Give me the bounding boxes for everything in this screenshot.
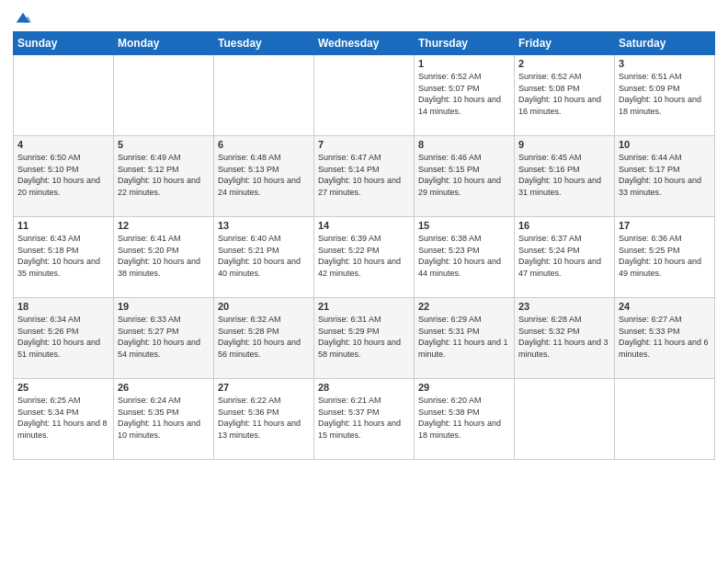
- table-row: 11Sunrise: 6:43 AM Sunset: 5:18 PM Dayli…: [14, 217, 114, 298]
- table-row: [114, 55, 214, 136]
- day-info: Sunrise: 6:41 AM Sunset: 5:20 PM Dayligh…: [118, 233, 210, 279]
- table-row: 21Sunrise: 6:31 AM Sunset: 5:29 PM Dayli…: [314, 298, 415, 379]
- day-info: Sunrise: 6:29 AM Sunset: 5:31 PM Dayligh…: [418, 314, 510, 360]
- day-number: 17: [619, 220, 711, 231]
- table-row: 13Sunrise: 6:40 AM Sunset: 5:21 PM Dayli…: [214, 217, 314, 298]
- day-info: Sunrise: 6:20 AM Sunset: 5:38 PM Dayligh…: [418, 395, 510, 441]
- day-number: 23: [518, 301, 610, 312]
- table-row: 28Sunrise: 6:21 AM Sunset: 5:37 PM Dayli…: [314, 379, 415, 460]
- day-number: 5: [118, 139, 210, 150]
- table-row: 22Sunrise: 6:29 AM Sunset: 5:31 PM Dayli…: [415, 298, 515, 379]
- day-number: 25: [17, 382, 109, 393]
- day-number: 22: [418, 301, 510, 312]
- day-info: Sunrise: 6:22 AM Sunset: 5:36 PM Dayligh…: [218, 395, 310, 441]
- day-info: Sunrise: 6:49 AM Sunset: 5:12 PM Dayligh…: [118, 152, 210, 198]
- day-number: 24: [619, 301, 711, 312]
- table-row: 15Sunrise: 6:38 AM Sunset: 5:23 PM Dayli…: [415, 217, 515, 298]
- logo-icon: [15, 11, 31, 28]
- day-number: 6: [218, 139, 310, 150]
- day-info: Sunrise: 6:28 AM Sunset: 5:32 PM Dayligh…: [518, 314, 610, 360]
- day-number: 21: [318, 301, 410, 312]
- table-row: 24Sunrise: 6:27 AM Sunset: 5:33 PM Dayli…: [615, 298, 715, 379]
- day-info: Sunrise: 6:34 AM Sunset: 5:26 PM Dayligh…: [17, 314, 109, 360]
- calendar-week-row: 25Sunrise: 6:25 AM Sunset: 5:34 PM Dayli…: [14, 379, 715, 460]
- col-friday: Friday: [515, 32, 615, 55]
- table-row: 12Sunrise: 6:41 AM Sunset: 5:20 PM Dayli…: [114, 217, 214, 298]
- day-info: Sunrise: 6:33 AM Sunset: 5:27 PM Dayligh…: [118, 314, 210, 360]
- day-info: Sunrise: 6:25 AM Sunset: 5:34 PM Dayligh…: [17, 395, 109, 441]
- calendar-week-row: 1Sunrise: 6:52 AM Sunset: 5:07 PM Daylig…: [14, 55, 715, 136]
- day-info: Sunrise: 6:27 AM Sunset: 5:33 PM Dayligh…: [619, 314, 711, 360]
- table-row: 2Sunrise: 6:52 AM Sunset: 5:08 PM Daylig…: [515, 55, 615, 136]
- col-sunday: Sunday: [14, 32, 114, 55]
- table-row: 18Sunrise: 6:34 AM Sunset: 5:26 PM Dayli…: [14, 298, 114, 379]
- calendar-week-row: 18Sunrise: 6:34 AM Sunset: 5:26 PM Dayli…: [14, 298, 715, 379]
- day-info: Sunrise: 6:52 AM Sunset: 5:08 PM Dayligh…: [518, 71, 610, 117]
- day-number: 16: [518, 220, 610, 231]
- day-number: 1: [418, 58, 510, 69]
- day-number: 20: [218, 301, 310, 312]
- table-row: 14Sunrise: 6:39 AM Sunset: 5:22 PM Dayli…: [314, 217, 415, 298]
- table-row: 17Sunrise: 6:36 AM Sunset: 5:25 PM Dayli…: [615, 217, 715, 298]
- day-info: Sunrise: 6:40 AM Sunset: 5:21 PM Dayligh…: [218, 233, 310, 279]
- table-row: 19Sunrise: 6:33 AM Sunset: 5:27 PM Dayli…: [114, 298, 214, 379]
- day-number: 7: [318, 139, 410, 150]
- table-row: 1Sunrise: 6:52 AM Sunset: 5:07 PM Daylig…: [415, 55, 515, 136]
- calendar-week-row: 4Sunrise: 6:50 AM Sunset: 5:10 PM Daylig…: [14, 136, 715, 217]
- day-info: Sunrise: 6:52 AM Sunset: 5:07 PM Dayligh…: [418, 71, 510, 117]
- table-row: 20Sunrise: 6:32 AM Sunset: 5:28 PM Dayli…: [214, 298, 314, 379]
- table-row: 6Sunrise: 6:48 AM Sunset: 5:13 PM Daylig…: [214, 136, 314, 217]
- table-row: 5Sunrise: 6:49 AM Sunset: 5:12 PM Daylig…: [114, 136, 214, 217]
- day-number: 27: [218, 382, 310, 393]
- table-row: 16Sunrise: 6:37 AM Sunset: 5:24 PM Dayli…: [515, 217, 615, 298]
- day-info: Sunrise: 6:32 AM Sunset: 5:28 PM Dayligh…: [218, 314, 310, 360]
- day-number: 10: [619, 139, 711, 150]
- calendar-week-row: 11Sunrise: 6:43 AM Sunset: 5:18 PM Dayli…: [14, 217, 715, 298]
- table-row: 10Sunrise: 6:44 AM Sunset: 5:17 PM Dayli…: [615, 136, 715, 217]
- table-row: 3Sunrise: 6:51 AM Sunset: 5:09 PM Daylig…: [615, 55, 715, 136]
- day-info: Sunrise: 6:46 AM Sunset: 5:15 PM Dayligh…: [418, 152, 510, 198]
- table-row: 4Sunrise: 6:50 AM Sunset: 5:10 PM Daylig…: [14, 136, 114, 217]
- day-number: 26: [118, 382, 210, 393]
- col-monday: Monday: [114, 32, 214, 55]
- day-number: 28: [318, 382, 410, 393]
- day-number: 29: [418, 382, 510, 393]
- day-number: 2: [518, 58, 610, 69]
- col-thursday: Thursday: [415, 32, 515, 55]
- logo-text: [13, 11, 31, 28]
- day-number: 8: [418, 139, 510, 150]
- day-number: 4: [17, 139, 109, 150]
- col-tuesday: Tuesday: [214, 32, 314, 55]
- day-number: 12: [118, 220, 210, 231]
- table-row: [14, 55, 114, 136]
- day-info: Sunrise: 6:36 AM Sunset: 5:25 PM Dayligh…: [619, 233, 711, 279]
- day-info: Sunrise: 6:31 AM Sunset: 5:29 PM Dayligh…: [318, 314, 410, 360]
- day-number: 9: [518, 139, 610, 150]
- page-header: [13, 9, 715, 26]
- table-row: 25Sunrise: 6:25 AM Sunset: 5:34 PM Dayli…: [14, 379, 114, 460]
- day-info: Sunrise: 6:45 AM Sunset: 5:16 PM Dayligh…: [518, 152, 610, 198]
- day-number: 13: [218, 220, 310, 231]
- table-row: [515, 379, 615, 460]
- day-info: Sunrise: 6:48 AM Sunset: 5:13 PM Dayligh…: [218, 152, 310, 198]
- table-row: 27Sunrise: 6:22 AM Sunset: 5:36 PM Dayli…: [214, 379, 314, 460]
- day-info: Sunrise: 6:47 AM Sunset: 5:14 PM Dayligh…: [318, 152, 410, 198]
- day-info: Sunrise: 6:44 AM Sunset: 5:17 PM Dayligh…: [619, 152, 711, 198]
- table-row: 23Sunrise: 6:28 AM Sunset: 5:32 PM Dayli…: [515, 298, 615, 379]
- col-wednesday: Wednesday: [314, 32, 415, 55]
- table-row: 8Sunrise: 6:46 AM Sunset: 5:15 PM Daylig…: [415, 136, 515, 217]
- table-row: 9Sunrise: 6:45 AM Sunset: 5:16 PM Daylig…: [515, 136, 615, 217]
- table-row: [615, 379, 715, 460]
- day-info: Sunrise: 6:39 AM Sunset: 5:22 PM Dayligh…: [318, 233, 410, 279]
- day-info: Sunrise: 6:38 AM Sunset: 5:23 PM Dayligh…: [418, 233, 510, 279]
- logo: [13, 11, 31, 26]
- day-number: 3: [619, 58, 711, 69]
- day-number: 19: [118, 301, 210, 312]
- day-info: Sunrise: 6:51 AM Sunset: 5:09 PM Dayligh…: [619, 71, 711, 117]
- table-row: 26Sunrise: 6:24 AM Sunset: 5:35 PM Dayli…: [114, 379, 214, 460]
- day-number: 15: [418, 220, 510, 231]
- calendar-header-row: Sunday Monday Tuesday Wednesday Thursday…: [14, 32, 715, 55]
- day-info: Sunrise: 6:37 AM Sunset: 5:24 PM Dayligh…: [518, 233, 610, 279]
- day-number: 14: [318, 220, 410, 231]
- day-info: Sunrise: 6:24 AM Sunset: 5:35 PM Dayligh…: [118, 395, 210, 441]
